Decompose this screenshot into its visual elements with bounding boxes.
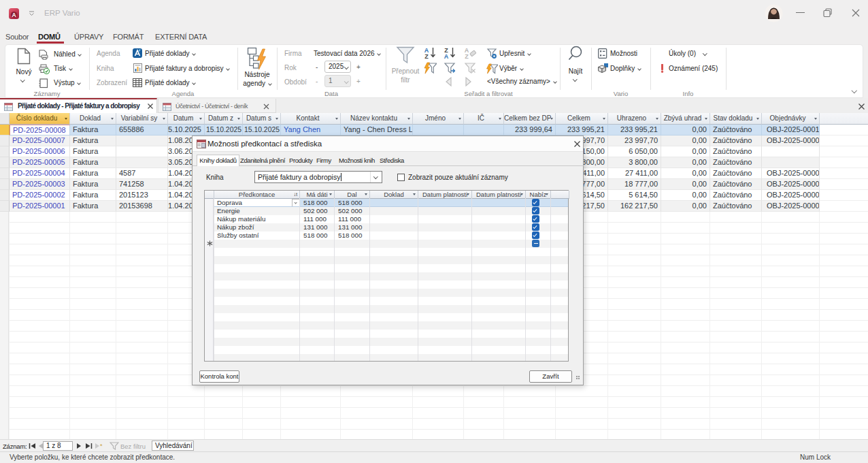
svg-text:A: A bbox=[444, 53, 449, 60]
svg-text:*: * bbox=[100, 443, 103, 449]
svg-text:A: A bbox=[12, 12, 16, 18]
svg-text:Z: Z bbox=[465, 53, 469, 60]
svg-text:Z: Z bbox=[424, 53, 429, 60]
